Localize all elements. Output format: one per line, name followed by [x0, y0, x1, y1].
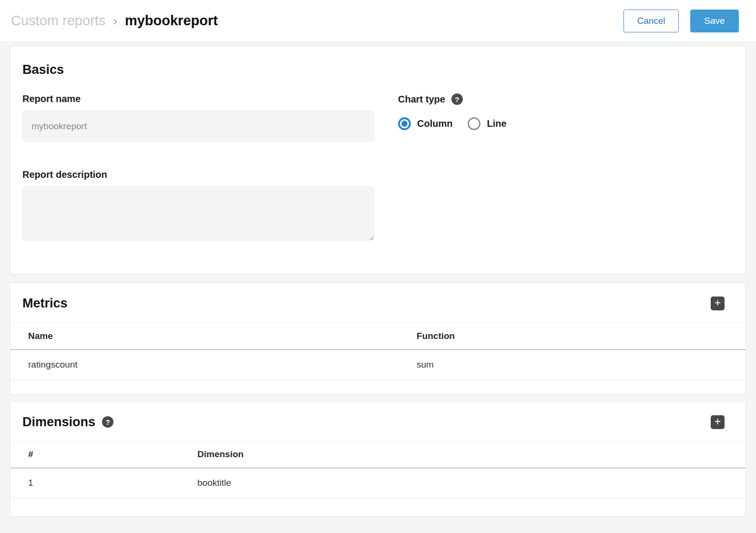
- radio-button-icon: [468, 117, 480, 130]
- table-row[interactable]: 1 booktitle: [10, 468, 746, 498]
- add-metric-button[interactable]: +: [711, 297, 725, 310]
- report-name-label: Report name: [22, 93, 374, 104]
- metric-function-cell: sum: [399, 349, 746, 379]
- radio-option-label: Line: [487, 118, 506, 129]
- plus-icon: +: [715, 416, 721, 427]
- metrics-title-text: Metrics: [22, 296, 68, 311]
- breadcrumb: Custom reports › mybookreport: [11, 13, 218, 29]
- dimensions-table: # Dimension 1 booktitle: [10, 441, 746, 499]
- page-body: Basics Report name Report description Ch…: [0, 42, 756, 523]
- page-title: mybookreport: [125, 13, 218, 29]
- breadcrumb-parent-link[interactable]: Custom reports: [11, 13, 105, 29]
- save-button[interactable]: Save: [690, 10, 739, 32]
- radio-option-label: Column: [417, 118, 452, 129]
- report-description-label: Report description: [22, 169, 374, 180]
- metrics-column-header-name: Name: [10, 323, 399, 349]
- dimensions-header-row: # Dimension: [10, 441, 746, 468]
- metric-name-cell: ratingscount: [10, 349, 399, 379]
- dimensions-title: Dimensions ?: [22, 415, 113, 430]
- basics-title: Basics: [22, 62, 734, 77]
- help-icon[interactable]: ?: [451, 93, 463, 105]
- basics-left-column: Report name Report description: [22, 93, 374, 241]
- report-name-input[interactable]: [22, 111, 374, 142]
- report-description-input[interactable]: [22, 186, 374, 241]
- header: Custom reports › mybookreport Cancel Sav…: [0, 0, 756, 42]
- help-icon[interactable]: ?: [102, 416, 113, 428]
- dimensions-card-head: Dimensions ? +: [10, 401, 746, 441]
- basics-card: Basics Report name Report description Ch…: [10, 46, 746, 274]
- dimensions-column-header-dimension: Dimension: [180, 441, 746, 468]
- chevron-right-icon: ›: [113, 14, 117, 29]
- metrics-title: Metrics: [22, 296, 68, 311]
- chart-type-option-line[interactable]: Line: [468, 117, 506, 130]
- table-row[interactable]: ratingscount sum: [10, 349, 746, 379]
- cancel-button[interactable]: Cancel: [623, 10, 679, 32]
- dimensions-column-header-index: #: [10, 441, 180, 468]
- basics-columns: Report name Report description Chart typ…: [22, 93, 734, 241]
- add-dimension-button[interactable]: +: [711, 415, 725, 429]
- metrics-card: Metrics + Name Function ratingscount sum: [10, 282, 746, 395]
- chart-type-radio-group: Column Line: [398, 117, 507, 130]
- basics-right-column: Chart type ? Column Line: [398, 93, 507, 241]
- chart-type-option-column[interactable]: Column: [398, 117, 452, 130]
- metrics-table: Name Function ratingscount sum: [10, 323, 746, 380]
- radio-button-icon: [398, 117, 411, 130]
- metrics-column-header-function: Function: [399, 323, 746, 349]
- plus-icon: +: [715, 297, 721, 308]
- header-actions: Cancel Save: [623, 10, 739, 32]
- metrics-header-row: Name Function: [10, 323, 746, 349]
- metrics-card-head: Metrics +: [10, 283, 746, 323]
- dimension-name-cell: booktitle: [180, 468, 746, 498]
- chart-type-header: Chart type ?: [398, 93, 507, 105]
- dimension-index-cell: 1: [10, 468, 180, 498]
- dimensions-title-text: Dimensions: [22, 415, 95, 430]
- dimensions-card: Dimensions ? + # Dimension 1 booktitle: [10, 401, 746, 517]
- chart-type-label: Chart type: [398, 94, 445, 105]
